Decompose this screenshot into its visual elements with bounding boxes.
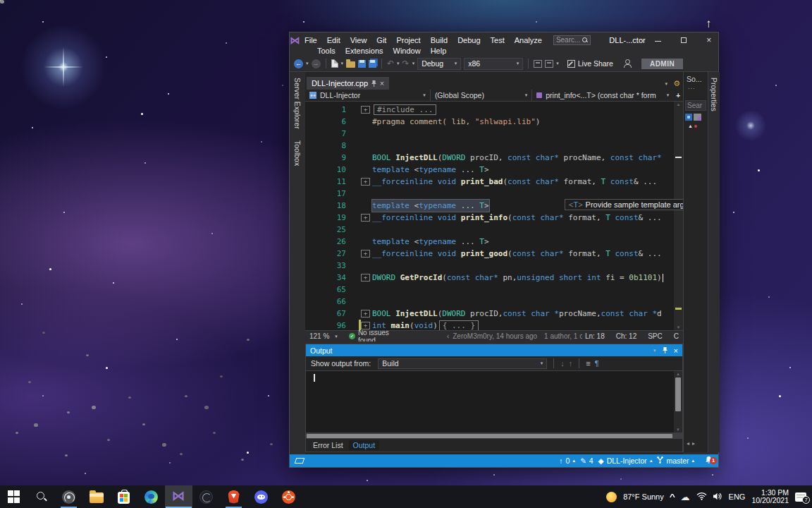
save-all-icon[interactable]	[369, 60, 376, 68]
tab-output[interactable]: Output	[349, 440, 380, 450]
code-text[interactable]: BOOL InjectDLL(DWORD procID, const char*…	[372, 152, 662, 164]
branch-button[interactable]: master ▴	[657, 456, 694, 465]
previous-message-icon[interactable]: ↑	[569, 360, 573, 368]
output-title-bar[interactable]: Output ▾ ×	[306, 344, 682, 356]
volume-icon[interactable]	[713, 492, 722, 502]
redo-icon[interactable]: ↷	[402, 59, 410, 68]
spaces-indicator[interactable]: SPC	[648, 332, 663, 340]
menu-window[interactable]: Window	[388, 47, 426, 55]
member-dropdown[interactable]: print_info<...T> (const char * form ▾	[532, 90, 673, 101]
new-file-dropdown-caret[interactable]: ▾	[341, 61, 344, 66]
scroll-up-icon[interactable]: ▲	[674, 372, 682, 376]
menu-analyze[interactable]: Analyze	[510, 36, 547, 44]
find-in-files-icon[interactable]	[545, 60, 553, 68]
tab-error-list[interactable]: Error List	[309, 440, 347, 450]
scrollbar-thumb[interactable]	[675, 377, 681, 411]
show-hidden-icons-chevron[interactable]: ^	[670, 493, 675, 501]
onedrive-cloud-icon[interactable]: ☁	[681, 492, 690, 502]
taskbar-visual-studio[interactable]	[165, 485, 192, 508]
menu-help[interactable]: Help	[426, 47, 452, 55]
clear-all-icon[interactable]: ≡	[586, 360, 590, 368]
code-text[interactable]: template <typename ... T>	[372, 164, 489, 176]
code-line-65[interactable]: 65	[305, 284, 674, 296]
fold-toggle[interactable]: +	[361, 178, 370, 186]
code-text[interactable]: int main(void){ ... }	[372, 320, 479, 330]
scroll-up-icon[interactable]: ▲	[674, 102, 683, 107]
pin-icon[interactable]	[663, 347, 668, 353]
quick-search-box[interactable]: Searc...	[553, 35, 591, 45]
taskbar-ubuntu[interactable]	[275, 485, 302, 508]
output-vertical-scrollbar[interactable]: ▲ ▼	[674, 371, 682, 433]
tree-expander-icon[interactable]: ▲	[684, 123, 708, 128]
scrollbar-thumb[interactable]	[307, 434, 672, 438]
repository-button[interactable]: ◆ DLL-Injector ▴	[598, 456, 653, 465]
output-content[interactable]: ▲ ▼	[306, 371, 682, 433]
code-line-6[interactable]: 6#pragma comment( lib, "shlwapi.lib")	[305, 116, 674, 128]
fold-toggle[interactable]: +	[361, 310, 370, 318]
menu-debug[interactable]: Debug	[453, 36, 485, 44]
code-line-27[interactable]: 27+__forceinline void print_good(const c…	[305, 248, 674, 260]
menu-extensions[interactable]: Extensions	[340, 47, 388, 55]
tab-toolbox[interactable]: Toolbox	[293, 135, 302, 171]
split-window-icon[interactable]: +	[673, 92, 683, 99]
solution-file-icon[interactable]	[685, 114, 692, 121]
menu-tools[interactable]: Tools	[312, 47, 340, 55]
collapsed-region[interactable]: { ... }	[439, 320, 479, 330]
menu-view[interactable]: View	[345, 36, 372, 44]
taskbar-search[interactable]	[27, 485, 55, 508]
back-dropdown-caret[interactable]: ▾	[306, 61, 309, 66]
tab-properties[interactable]: Properties	[710, 72, 718, 117]
undo-dropdown-caret[interactable]: ▾	[397, 61, 400, 66]
code-line-33[interactable]: 33	[305, 260, 674, 272]
word-wrap-icon[interactable]: ¶	[595, 360, 599, 368]
output-window-position-caret[interactable]: ▾	[653, 348, 656, 353]
language-indicator[interactable]: ENG	[729, 492, 746, 501]
code-line-25[interactable]: 25	[305, 224, 674, 236]
preview-changes-icon[interactable]	[534, 60, 542, 68]
menu-edit[interactable]: Edit	[322, 36, 345, 44]
undo-icon[interactable]: ↶	[387, 59, 394, 68]
scope-dropdown[interactable]: (Global Scope) ▾	[431, 90, 532, 101]
taskbar-start[interactable]	[0, 485, 27, 508]
solution-platform-dropdown[interactable]: x86▾	[464, 58, 523, 70]
code-text[interactable]: DWORD GetProcId(const char* pn,unsigned …	[372, 272, 663, 284]
code-text[interactable]: #pragma comment( lib, "shlwapi.lib")	[372, 116, 540, 128]
codelens-annotation[interactable]: ‹ ZeroM3m0ry, 14 hours ago 1 author, 1 c…	[447, 332, 582, 340]
panel-tab-scroll-arrows[interactable]: ◂▸	[687, 440, 698, 447]
notifications-button[interactable]: 1	[705, 456, 713, 466]
sign-in-user-icon[interactable]	[623, 59, 632, 68]
code-line-1[interactable]: 1+#include ...	[305, 104, 674, 116]
title-bar[interactable]: ⋈ FileEditViewGitProjectBuildDebugTestAn…	[290, 32, 718, 56]
new-file-icon[interactable]	[331, 59, 338, 68]
close-button[interactable]: ×	[696, 34, 722, 47]
code-line-26[interactable]: 26template <typename ... T>	[305, 236, 674, 248]
wifi-icon[interactable]	[696, 492, 707, 502]
code-line-9[interactable]: 9BOOL InjectDLL(DWORD procID, const char…	[305, 152, 674, 164]
code-line-17[interactable]: 17	[305, 188, 674, 200]
open-file-icon[interactable]	[346, 61, 355, 68]
taskbar-store[interactable]	[110, 485, 137, 508]
maximize-button[interactable]	[671, 34, 696, 47]
code-line-66[interactable]: 66	[305, 296, 674, 308]
minimize-button[interactable]	[646, 34, 671, 47]
taskbar-edge[interactable]	[137, 485, 165, 508]
line-ending-indicator[interactable]: C	[674, 332, 679, 340]
close-panel-icon[interactable]: ×	[674, 346, 678, 355]
code-text[interactable]: #include ...	[372, 104, 436, 116]
code-text[interactable]: template <typename ... T>	[372, 200, 489, 212]
collapsed-region[interactable]: #include ...	[374, 104, 436, 115]
tab-list-caret[interactable]: ▾	[665, 81, 668, 87]
menu-git[interactable]: Git	[371, 36, 391, 44]
code-line-8[interactable]: 8	[305, 140, 674, 152]
scroll-down-icon[interactable]: ▼	[674, 428, 682, 432]
pending-changes-button[interactable]: ✎ 4	[580, 456, 593, 465]
navigate-forward-button[interactable]: →	[312, 59, 321, 68]
toolbar-overflow-icon[interactable]: ...	[684, 83, 708, 90]
zoom-dropdown[interactable]: 121 % ▾	[309, 332, 346, 340]
code-line-96[interactable]: 96+int main(void){ ... }	[305, 320, 674, 330]
fold-toggle[interactable]: +	[361, 106, 370, 114]
code-text[interactable]: template <typename ... T>	[372, 236, 489, 248]
redo-dropdown-caret[interactable]: ▾	[412, 61, 415, 66]
code-line-19[interactable]: 19+__forceinline void print_info(const c…	[305, 212, 674, 224]
code-text[interactable]: __forceinline void print_good(const char…	[372, 248, 662, 260]
